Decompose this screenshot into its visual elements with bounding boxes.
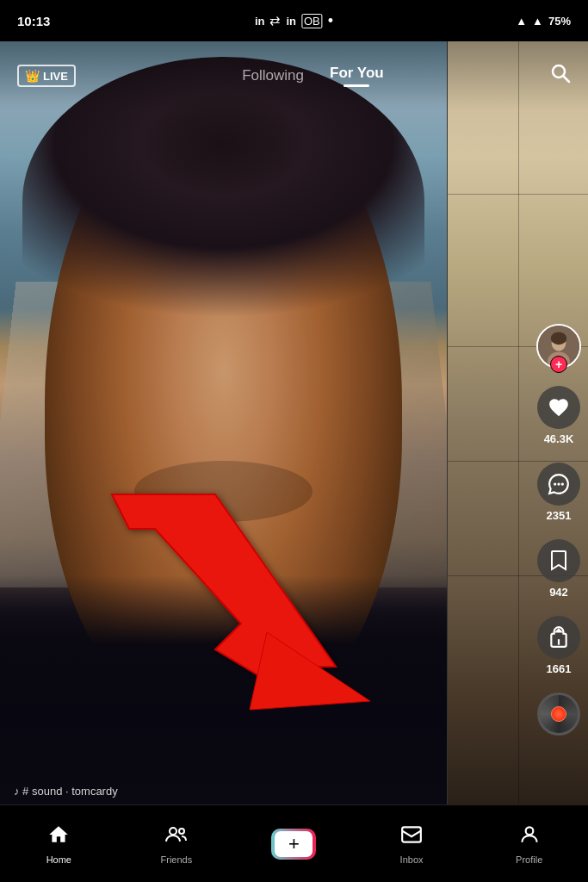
- live-label: LIVE: [43, 70, 68, 83]
- game-icon: OB: [301, 14, 323, 28]
- like-count: 46.3K: [544, 432, 574, 445]
- status-bar: 10:13 in ⇄ in OB • ▲ ▲ 75%: [0, 0, 588, 41]
- svg-point-5: [551, 332, 566, 345]
- inbox-icon: [400, 823, 423, 851]
- friends-icon: [164, 823, 189, 851]
- bookmark-button[interactable]: [537, 539, 580, 582]
- svg-point-7: [557, 482, 560, 485]
- smile: [134, 461, 313, 522]
- svg-line-1: [563, 76, 569, 82]
- comment-count: 2351: [547, 509, 572, 522]
- top-navigation: 👑 LIVE Following For You: [0, 41, 588, 110]
- nav-create[interactable]: +: [235, 829, 353, 860]
- heart-icon: [548, 396, 570, 419]
- share-action[interactable]: 1661: [537, 616, 580, 675]
- like-button[interactable]: [537, 386, 580, 429]
- nav-tabs: Following For You: [242, 65, 383, 87]
- face-overlay: [0, 41, 447, 804]
- sound-info[interactable]: ♪ # sound · tomcardy: [14, 785, 118, 798]
- svg-point-6: [554, 482, 556, 485]
- follow-plus-badge[interactable]: +: [550, 356, 567, 373]
- svg-point-8: [561, 482, 564, 485]
- right-sidebar: + 46.3K 2351: [536, 324, 581, 736]
- nav-home[interactable]: Home: [0, 823, 118, 865]
- tab-following[interactable]: Following: [242, 67, 304, 84]
- creator-avatar-item[interactable]: +: [536, 324, 581, 369]
- nav-profile[interactable]: Profile: [470, 823, 588, 865]
- tab-foryou[interactable]: For You: [330, 65, 384, 87]
- home-icon: [47, 823, 70, 851]
- tab-underline: [344, 84, 369, 87]
- status-center-icons: in ⇄ in OB •: [255, 12, 333, 30]
- bottom-navigation: Home Friends + Inbox: [0, 804, 588, 882]
- linkedin-icon2: in: [286, 15, 296, 28]
- signal-icon: ▲: [532, 15, 543, 28]
- svg-point-12: [170, 828, 176, 835]
- like-action[interactable]: 46.3K: [537, 386, 580, 445]
- share-icon: ⇄: [269, 13, 281, 28]
- video-background: [0, 41, 447, 804]
- svg-rect-14: [402, 827, 421, 842]
- inbox-label: Inbox: [400, 854, 424, 865]
- linkedin-icon: in: [255, 15, 265, 28]
- sound-text: ♪ # sound · tomcardy: [14, 785, 118, 798]
- video-feed[interactable]: 👑 LIVE Following For You: [0, 41, 588, 804]
- comment-button[interactable]: [537, 463, 580, 506]
- battery-level: 75%: [548, 15, 571, 28]
- profile-label: Profile: [516, 854, 542, 865]
- avatar-container[interactable]: +: [536, 324, 581, 369]
- share-icon: [548, 626, 570, 649]
- home-label: Home: [46, 854, 71, 865]
- create-plus: +: [275, 831, 313, 857]
- dot-icon: •: [328, 12, 333, 30]
- share-count: 1661: [547, 662, 572, 675]
- svg-point-15: [525, 827, 533, 835]
- wifi-icon: ▲: [516, 15, 527, 28]
- comment-icon: [548, 473, 570, 495]
- search-button[interactable]: [550, 63, 571, 89]
- crown-icon: 👑: [25, 69, 40, 83]
- comment-action[interactable]: 2351: [537, 463, 580, 522]
- vinyl-label: [551, 706, 566, 722]
- sound-action[interactable]: [537, 693, 580, 736]
- status-time: 10:13: [17, 14, 50, 28]
- nav-friends[interactable]: Friends: [118, 823, 236, 865]
- vinyl-disc[interactable]: [537, 693, 580, 736]
- bookmark-icon: [548, 550, 569, 572]
- live-button[interactable]: 👑 LIVE: [17, 65, 76, 87]
- status-right-icons: ▲ ▲ 75%: [516, 15, 571, 28]
- profile-icon: [518, 823, 541, 851]
- shirt: [0, 575, 447, 804]
- bookmark-count: 942: [549, 586, 568, 599]
- friends-label: Friends: [161, 854, 193, 865]
- nav-inbox[interactable]: Inbox: [353, 823, 471, 865]
- share-button[interactable]: [537, 616, 580, 659]
- create-button[interactable]: +: [271, 829, 316, 860]
- bookmark-action[interactable]: 942: [537, 539, 580, 599]
- svg-point-13: [179, 829, 184, 834]
